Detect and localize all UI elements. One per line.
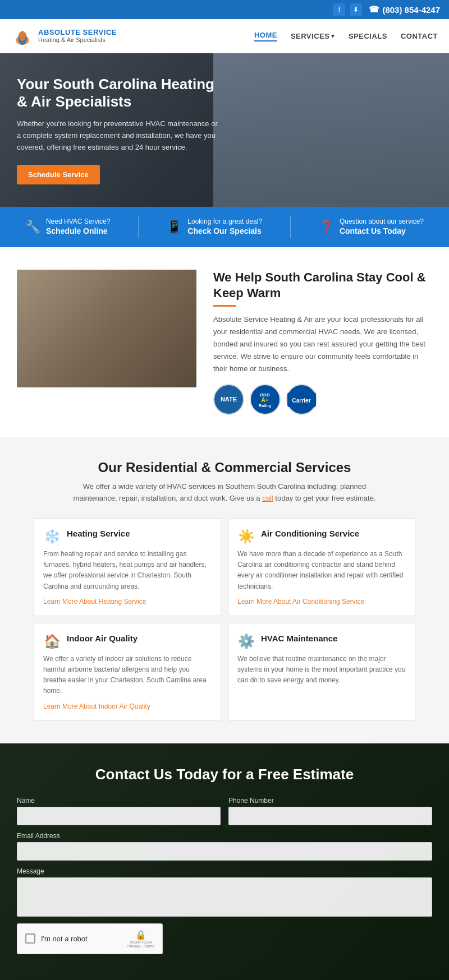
info-bar-specials[interactable]: 📱 Looking for a great deal? Check Our Sp… [167, 218, 262, 237]
about-content: We Help South Carolina Stay Cool & Keep … [213, 270, 432, 415]
info-label-2: Check Our Specials [187, 226, 262, 235]
services-section: Our Residential & Commercial Services We… [0, 437, 449, 743]
heating-title: Heating Service [67, 529, 130, 538]
contact-heading: Contact Us Today for a Free Estimate [17, 766, 432, 783]
recaptcha-logo: 🔒 reCAPTCHAPrivacy - Terms [127, 930, 154, 948]
about-heading: We Help South Carolina Stay Cool & Keep … [213, 270, 432, 307]
heading-accent [213, 305, 236, 307]
logo-text: ABSOLUTE SERVICE Heating & Air Specialis… [38, 28, 117, 44]
logo: ABSOLUTE SERVICE Heating & Air Specialis… [11, 25, 117, 47]
hero-background [213, 53, 449, 207]
top-bar: f ⬇ ☎ (803) 854-4247 [0, 0, 449, 19]
name-input[interactable] [17, 807, 221, 825]
social-icons: f ⬇ [333, 3, 362, 16]
hero-content: Your South Carolina Heating & Air Specia… [17, 76, 219, 184]
info-bar-divider-2 [290, 216, 291, 238]
carrier-badge: Carrier [286, 384, 317, 415]
phone-input[interactable] [228, 807, 432, 825]
info-label-3: Contact Us Today [340, 226, 406, 235]
info-pre-label-1: Need HVAC Service? [46, 218, 111, 226]
facebook-icon[interactable]: f [333, 3, 345, 16]
nav-specials[interactable]: SPECIALS [349, 32, 387, 40]
hero-section: Your South Carolina Heating & Air Specia… [0, 53, 449, 207]
maintenance-title: HVAC Maintenance [261, 634, 337, 643]
heating-icon: ❄️ [43, 529, 61, 544]
ac-title: Air Conditioning Service [261, 529, 359, 538]
email-group: Email Address [17, 832, 432, 861]
contact-section: Contact Us Today for a Free Estimate Nam… [0, 743, 449, 980]
nav-contact[interactable]: CONTACT [401, 32, 438, 40]
message-group: Message [17, 867, 432, 917]
iaq-title: Indoor Air Quality [67, 634, 138, 643]
message-input[interactable] [17, 877, 432, 917]
nav-services[interactable]: SERVICES [291, 32, 335, 40]
bbb-badge: BBB A+ Rating [250, 384, 281, 415]
services-intro: We offer a wide variety of HVAC services… [67, 481, 382, 505]
recaptcha-box: I'm not a robot 🔒 reCAPTCHAPrivacy - Ter… [17, 923, 163, 954]
services-grid: ❄️ Heating Service From heating repair a… [34, 518, 415, 721]
heating-link[interactable]: Learn More About Heating Service [43, 598, 146, 605]
svg-text:A+: A+ [261, 397, 268, 403]
iaq-icon: 🏠 [43, 634, 61, 649]
email-label: Email Address [17, 832, 432, 840]
info-bar: 🔧 Need HVAC Service? Schedule Online 📱 L… [0, 207, 449, 247]
phone-icon: ☎ [369, 4, 379, 15]
logo-icon [11, 25, 34, 47]
maintenance-icon: ⚙️ [237, 634, 255, 649]
hero-heading: Your South Carolina Heating & Air Specia… [17, 76, 219, 110]
iaq-desc: We offer a variety of indoor air solutio… [43, 654, 212, 697]
service-card-iaq: 🏠 Indoor Air Quality We offer a variety … [34, 623, 221, 721]
name-group: Name [17, 797, 221, 825]
nav-home[interactable]: HOME [254, 31, 277, 41]
ac-icon: ☀️ [237, 529, 255, 544]
ac-link[interactable]: Learn More About Air Conditioning Servic… [237, 598, 364, 605]
info-bar-divider-1 [138, 216, 139, 238]
iaq-link[interactable]: Learn More About Indoor Air Quality [43, 702, 150, 710]
certification-logos: NATE BBB A+ Rating Carrier [213, 384, 432, 415]
about-body: Absolute Service Heating & Air are your … [213, 313, 432, 375]
recaptcha-checkbox[interactable] [25, 933, 35, 944]
service-card-ac: ☀️ Air Conditioning Service We have more… [228, 518, 415, 616]
svg-text:Carrier: Carrier [292, 397, 310, 404]
service-card-maintenance: ⚙️ HVAC Maintenance We believe that rout… [228, 623, 415, 721]
svg-text:Rating: Rating [259, 404, 271, 408]
phone-number[interactable]: ☎ (803) 854-4247 [369, 4, 440, 15]
name-label: Name [17, 797, 221, 805]
phone-group: Phone Number [228, 797, 432, 825]
header: ABSOLUTE SERVICE Heating & Air Specialis… [0, 19, 449, 53]
name-phone-row: Name Phone Number [17, 797, 432, 825]
info-pre-label-2: Looking for a great deal? [187, 218, 262, 226]
question-icon: ❓ [319, 220, 334, 234]
recaptcha-label: I'm not a robot [41, 935, 88, 943]
services-heading: Our Residential & Commercial Services [17, 460, 432, 475]
info-pre-label-3: Question about our service? [340, 218, 424, 226]
maintenance-desc: We believe that routine maintenance on t… [237, 654, 406, 686]
email-input[interactable] [17, 842, 432, 861]
schedule-service-button[interactable]: Schedule Service [17, 165, 100, 184]
info-bar-contact[interactable]: ❓ Question about our service? Contact Us… [319, 218, 424, 237]
main-nav: HOME SERVICES SPECIALS CONTACT [254, 31, 438, 41]
svg-point-2 [19, 31, 26, 41]
info-label-1: Schedule Online [46, 226, 108, 235]
ac-desc: We have more than a decade of experience… [237, 549, 406, 592]
phone-label: Phone Number [228, 797, 432, 805]
service-card-heating: ❄️ Heating Service From heating repair a… [34, 518, 221, 616]
phone-special-icon: 📱 [167, 220, 182, 234]
nate-badge: NATE [213, 384, 244, 415]
about-image [17, 270, 196, 387]
call-link[interactable]: call [262, 494, 273, 502]
hero-description: Whether you're looking for preventative … [17, 118, 219, 153]
download-icon[interactable]: ⬇ [350, 3, 362, 16]
info-bar-schedule[interactable]: 🔧 Need HVAC Service? Schedule Online [25, 218, 111, 237]
message-label: Message [17, 867, 432, 875]
heating-desc: From heating repair and service to insta… [43, 549, 212, 592]
about-section: We Help South Carolina Stay Cool & Keep … [0, 247, 449, 438]
wrench-icon: 🔧 [25, 220, 40, 234]
